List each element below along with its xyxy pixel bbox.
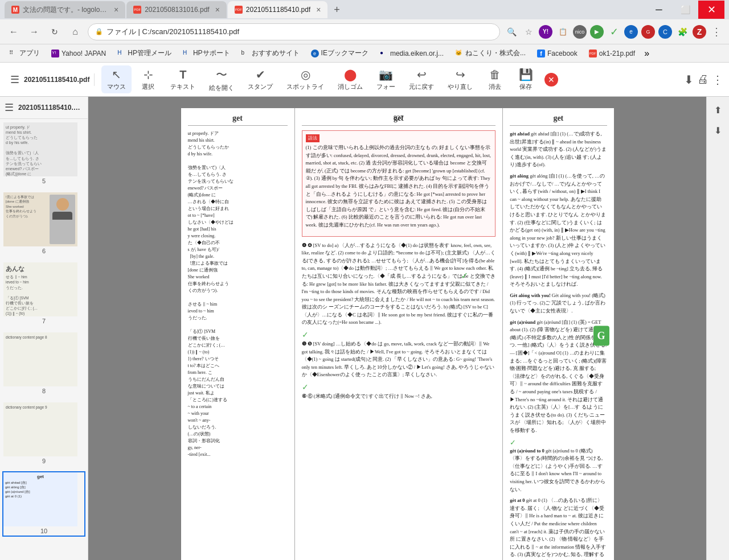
get-around-to-entry: gèt (a)róund to 0 (510, 448, 544, 454)
tab-2[interactable]: PDF 20210508131016.pdf × (126, 1, 227, 18)
bookmark-recommended[interactable]: b おすすめサイト (237, 47, 304, 59)
pdf-toolbar: ☰ 20210511185410.pdf ↖ マウス ⊹ 選択 T テキスト 〜… (0, 63, 729, 97)
close-tool-button[interactable]: ✕ (544, 73, 558, 87)
media-icon: ● (380, 50, 388, 57)
star-icon[interactable]: ☆ (522, 25, 535, 39)
bookmark-apps-label: アプリ (19, 48, 40, 58)
sidebar-header: ☰ 20210511185410.pdf (0, 97, 88, 119)
close-button[interactable]: ✕ (698, 1, 724, 19)
page-thumb-5[interactable]: ut properly. ドmend his shirt.どうしてもらったd b… (2, 121, 85, 187)
avatar-icon[interactable]: Z (693, 25, 706, 39)
tab-2-close[interactable]: × (215, 5, 220, 14)
refresh-button[interactable]: ↻ (47, 24, 63, 40)
photo-tool-label: フォー (376, 83, 395, 91)
menu-icon[interactable]: ⋮ (710, 25, 723, 39)
yahoo-icon[interactable]: Y! (539, 25, 552, 39)
more-menu-button[interactable]: ⋮ (712, 73, 723, 87)
draw-icon: 〜 (216, 67, 227, 83)
home-button[interactable]: ⌂ (67, 24, 83, 40)
page-thumb-9[interactable]: dictionary content page 9 9 (2, 401, 85, 467)
save-tool-button[interactable]: 💾 保存 (511, 65, 540, 93)
eraser-tool-button[interactable]: ⬤ 消しゴム (332, 65, 368, 93)
page-thumb-10[interactable]: get gèt ahéad [自] gèt alóng [自] gèt (a)r… (2, 471, 85, 537)
print-button[interactable]: 🖨 (697, 73, 708, 86)
page-thumb-10-num: 10 (3, 526, 84, 536)
scroll-up-button[interactable]: ⬆ (710, 101, 727, 118)
address-input[interactable]: 🔒 ファイル | C:/scan/20210511185410.pdf (88, 23, 500, 40)
mouse-tool-button[interactable]: ↖ マウス (101, 65, 132, 93)
thumb-8-content: dictionary content page 8 (3, 332, 77, 386)
minimize-button[interactable]: ─ (646, 1, 672, 19)
save-tool-label: 保存 (519, 83, 532, 91)
bookmark-neko[interactable]: 🐱 ねこくり・株式会... (450, 47, 530, 59)
share-icon[interactable]: G (641, 25, 655, 39)
niconico-icon[interactable]: nico (573, 25, 587, 39)
page-thumb-8-num: 8 (3, 386, 84, 396)
download-button[interactable]: ⬇ (684, 73, 694, 87)
photo-icon: 📷 (379, 68, 393, 81)
tab-3-close[interactable]: × (316, 5, 321, 14)
pdf-viewer[interactable]: get ut properly. ドア mend his shirt. どうして… (88, 97, 706, 560)
stamp-icon: ✔ (256, 68, 265, 81)
maximize-button[interactable]: ⬜ (672, 1, 698, 19)
get-ahead-entry: gèt ahéad (510, 131, 530, 137)
tool-icon[interactable]: ▶ (590, 25, 604, 39)
page-thumb-6[interactable]: !意による事故では[done に通例強She worked仕事を終わらせようくの… (2, 191, 85, 257)
spotlight-tool-button[interactable]: ◎ スポットライ (281, 65, 330, 93)
text-tool-button[interactable]: T テキスト (165, 66, 201, 93)
undo-icon: ↩ (417, 68, 427, 81)
g-tab: G (593, 326, 609, 346)
page-thumb-8[interactable]: dictionary content page 8 8 (2, 331, 85, 397)
sidebar-toggle-button[interactable]: ☰ (10, 73, 19, 86)
get-at-text: gèt at 0 gèt at 0 (1) 〈…のある[いる]所に〉達する. 届… (510, 497, 607, 560)
main-area: ☰ 20210511185410.pdf ut properly. ドmend … (0, 97, 729, 560)
delete-tool-button[interactable]: 🗑 消去 (481, 66, 509, 93)
extensions-icon[interactable]: e (624, 25, 638, 39)
bookmark-neko-label: ねこくり・株式会... (465, 48, 526, 58)
bookmark-ie[interactable]: e IEブックマーク (306, 47, 373, 59)
more-bookmarks-icon[interactable]: » (644, 48, 649, 59)
print-icon[interactable]: C (658, 25, 672, 39)
bookmark-media[interactable]: ● media.eiken.or.j... (375, 48, 448, 59)
bookmark-hp-mail-label: HP管理メール (128, 48, 171, 58)
tab-1[interactable]: M 文法の問題です。- logologos1... × (5, 1, 125, 18)
bookmark-facebook[interactable]: f Facebook (533, 48, 582, 59)
undo-tool-label: 元に戻す (409, 83, 434, 91)
bookmark-hp-support[interactable]: H HPサポート (178, 47, 235, 59)
bookmark-apps[interactable]: ⠿ アプリ (5, 47, 44, 59)
forward-button[interactable]: → (26, 24, 42, 40)
close-x-icon: ✕ (548, 75, 555, 84)
back-button[interactable]: ← (6, 24, 22, 40)
hamburger-icon[interactable]: ☰ (5, 101, 14, 114)
tab-1-title: 文法の問題です。- logologos1... (23, 5, 108, 15)
undo-tool-button[interactable]: ↩ 元に戻す (403, 65, 440, 93)
page-thumb-7[interactable]: あんな せる ‖ ~ himieved to ~ himうだった.「る]① [S… (2, 261, 85, 327)
check-mark-3: ✓ (302, 383, 309, 392)
page-thumb-7-image: あんな せる ‖ ~ himieved to ~ himうだった.「る]① [S… (3, 262, 77, 316)
redo-tool-button[interactable]: ↪ やり直し (442, 65, 478, 93)
draw-tool-button[interactable]: 〜 絵を開く (203, 65, 240, 94)
scroll-down-button[interactable]: ⬇ (710, 122, 727, 139)
puzzle-icon[interactable]: 🧩 (675, 25, 689, 39)
search-icon[interactable]: 🔍 (505, 25, 518, 39)
bookmark-ok1[interactable]: PDF ok1-21p.pdf (584, 48, 640, 59)
thumb-6-content: !意による事故では[done に通例強She worked仕事を終わらせようくの… (3, 192, 77, 246)
bookmark-hp-mail[interactable]: H HP管理メール (113, 47, 176, 59)
select-tool-button[interactable]: ⊹ 選択 (134, 65, 162, 93)
dictionary-page: get ut properly. ドア mend his shirt. どうして… (181, 108, 614, 560)
text-icon: T (179, 68, 186, 81)
thumb-5-content: ut properly. ドmend his shirt.どうしてもらったd b… (3, 122, 77, 176)
bookmark-icon[interactable]: 📋 (556, 25, 570, 39)
grammar-text: (1) この意味で用いられる上例以外の過去分詞の主なも の; 好ましくない事態を… (306, 144, 492, 229)
page-thumb-7-num: 7 (3, 316, 84, 326)
bookmark-yahoo-label: Yahoo! JAPAN (62, 50, 106, 57)
bookmark-yahoo[interactable]: Y! Yahoo! JAPAN (47, 48, 110, 59)
dict-col-center: get 827 語法 (1) この意味で用いられる上例以外の過去分詞の主なも の… (295, 108, 503, 560)
tab-3[interactable]: PDF 20210511185410.pdf × (228, 1, 328, 18)
section5-text: ❺ ❺ [SV doing] …し始める〈◆do は go, move, tal… (302, 340, 496, 379)
check-mark-1: ✓ (461, 270, 468, 281)
stamp-tool-button[interactable]: ✔ スタンプ (242, 65, 279, 93)
photo-tool-button[interactable]: 📷 フォー (371, 65, 401, 93)
new-tab-button[interactable]: + (329, 2, 345, 18)
tab-1-close[interactable]: × (114, 5, 118, 14)
